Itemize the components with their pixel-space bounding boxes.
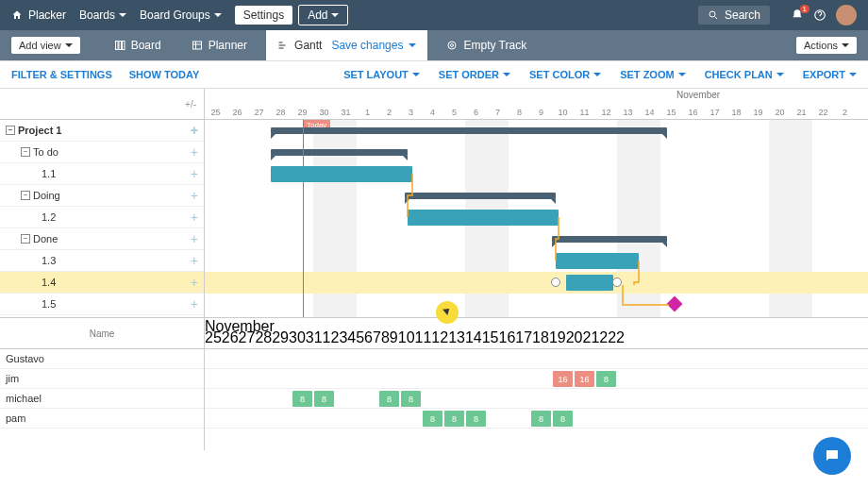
gantt-timeline[interactable]: November 2526272829303112345678910111213… (205, 89, 868, 317)
resource-name[interactable]: jim (0, 369, 204, 389)
collapse-icon[interactable]: − (21, 234, 30, 244)
bar-1-2[interactable] (408, 210, 559, 226)
add-icon[interactable]: + (191, 144, 198, 160)
chevron-down-icon (119, 13, 126, 17)
resource-timeline[interactable]: November 2526272829303112345678910111213… (205, 318, 868, 450)
day-label: 2 (616, 329, 625, 346)
check-plan-button[interactable]: CHECK PLAN (705, 69, 784, 80)
tab-gantt[interactable]: Gantt Save changes (266, 30, 427, 60)
bar-1-3[interactable] (556, 253, 639, 269)
gantt-icon (277, 40, 289, 51)
day-label: 3 (400, 108, 422, 117)
help-icon[interactable] (813, 8, 826, 22)
svg-point-0 (709, 11, 715, 17)
collapse-icon[interactable]: − (6, 126, 15, 135)
add-button[interactable]: Add (298, 5, 348, 25)
tree-row[interactable]: −Doing+ (0, 185, 204, 207)
settings-button[interactable]: Settings (235, 6, 292, 25)
day-label: 18 (532, 329, 549, 346)
search-input[interactable]: Search (698, 6, 770, 25)
add-icon[interactable]: + (191, 231, 198, 246)
day-label: 25 (205, 108, 226, 117)
row-label: Project 1 (18, 125, 61, 136)
bar-doing[interactable] (405, 193, 556, 199)
row-label: 1.2 (42, 211, 56, 223)
add-icon[interactable]: + (191, 275, 198, 290)
add-view-button[interactable]: Add view (11, 37, 80, 54)
day-label: 20 (769, 108, 791, 117)
resource-name[interactable]: michael (0, 389, 204, 409)
day-label: 19 (747, 108, 769, 117)
board-icon (114, 40, 125, 51)
day-label: 26 (222, 329, 239, 346)
brand-label: Placker (28, 8, 66, 22)
bar-1-4[interactable] (566, 275, 613, 291)
day-label: 26 (226, 108, 248, 117)
bar-project1[interactable] (271, 127, 667, 134)
row-label: 1.1 (42, 168, 56, 179)
tree-row[interactable]: 1.3+ (0, 250, 204, 272)
bar-done[interactable] (552, 236, 667, 243)
set-order-button[interactable]: SET ORDER (439, 69, 510, 80)
set-zoom-button[interactable]: SET ZOOM (620, 69, 685, 80)
brand[interactable]: Placker (11, 8, 66, 22)
collapse-icon[interactable]: − (21, 147, 30, 157)
tree-row[interactable]: −Project 1+ (0, 120, 204, 142)
tab-planner[interactable]: Planner (180, 30, 259, 60)
resource-name[interactable]: Gustavo (0, 349, 204, 369)
add-icon[interactable]: + (191, 210, 198, 225)
tree-row[interactable]: 1.2+ (0, 207, 204, 228)
row-label: To do (33, 146, 58, 158)
tree-row[interactable]: −Done+ (0, 228, 204, 250)
tab-empty-track[interactable]: Empty Track (435, 30, 538, 60)
planner-icon (192, 40, 203, 51)
milestone-1-5[interactable] (667, 296, 683, 312)
day-label: 21 (583, 329, 600, 346)
target-icon (446, 40, 458, 51)
svg-rect-3 (119, 42, 122, 50)
collapse-icon[interactable]: − (21, 191, 30, 200)
add-icon[interactable]: + (191, 253, 198, 268)
drag-handle-right[interactable] (612, 278, 622, 287)
tab-board[interactable]: Board (103, 30, 173, 60)
resource-row (205, 349, 868, 369)
day-label: 13 (617, 108, 639, 117)
load-cell: 8 (531, 411, 551, 427)
day-label: 30 (289, 329, 306, 346)
day-label: 22 (599, 329, 616, 346)
add-icon[interactable]: + (191, 188, 198, 203)
export-button[interactable]: EXPORT (803, 69, 857, 80)
actions-button[interactable]: Actions (796, 37, 857, 54)
show-today-button[interactable]: SHOW TODAY (129, 69, 200, 80)
gantt-tree: +/- −Project 1+−To do+1.1+−Doing+1.2+−Do… (0, 89, 205, 317)
tree-row[interactable]: 1.4+ (0, 272, 204, 294)
load-cell: 8 (423, 411, 442, 427)
day-label: 9 (530, 108, 552, 117)
add-icon[interactable]: + (191, 166, 198, 181)
bar-1-1[interactable] (271, 166, 412, 182)
bar-todo[interactable] (271, 149, 408, 156)
nav-board-groups[interactable]: Board Groups (140, 8, 222, 22)
load-cell: 16 (575, 371, 594, 387)
filter-settings-button[interactable]: FILTER & SETTINGS (11, 69, 112, 80)
svg-rect-2 (115, 42, 118, 50)
add-icon[interactable]: + (191, 123, 198, 138)
avatar[interactable] (836, 5, 857, 25)
chevron-down-icon (331, 13, 339, 17)
day-label: 1 (357, 108, 378, 117)
save-changes-link[interactable]: Save changes (331, 39, 403, 52)
drag-handle-left[interactable] (551, 278, 560, 287)
nav-boards[interactable]: Boards (79, 8, 126, 22)
notifications-icon[interactable]: 1 (791, 8, 804, 22)
resource-name[interactable]: pam (0, 409, 204, 429)
add-icon[interactable]: + (191, 296, 198, 311)
tree-row[interactable]: −To do+ (0, 142, 204, 163)
tree-row[interactable]: 1.1+ (0, 163, 204, 185)
chat-widget[interactable] (813, 437, 851, 475)
set-color-button[interactable]: SET COLOR (529, 69, 601, 80)
svg-point-7 (451, 44, 454, 47)
month-label: November (676, 90, 720, 100)
notif-badge: 1 (800, 5, 810, 13)
tree-row[interactable]: 1.5+ (0, 294, 204, 315)
set-layout-button[interactable]: SET LAYOUT (343, 69, 420, 80)
